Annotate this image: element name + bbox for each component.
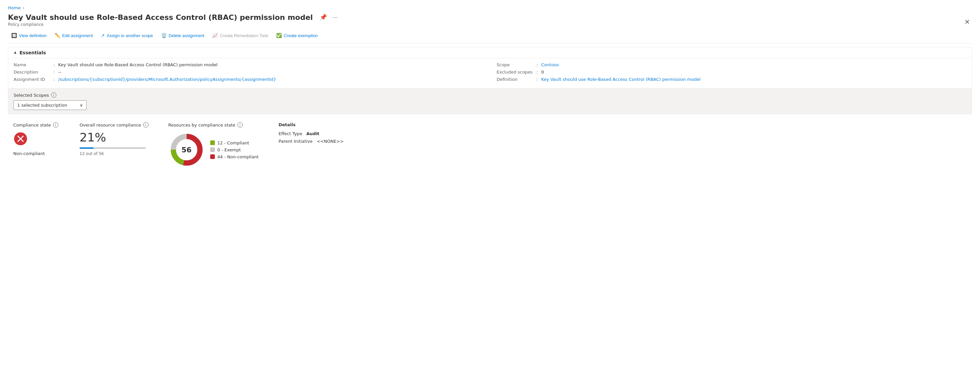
resources-compliance-info-icon[interactable]: i (237, 122, 243, 127)
resources-compliance-title: Resources by compliance state i (169, 122, 259, 127)
excluded-scopes-label: Excluded scopes (496, 70, 536, 75)
scope-dropdown-value: 1 selected subscription (17, 103, 67, 108)
definition-label: Definition (496, 77, 536, 82)
legend-container: 12 - Compliant 0 - Exempt 44 - Non-compl… (210, 140, 259, 159)
legend-non-compliant: 44 - Non-compliant (210, 154, 259, 159)
parent-initiative-row: Parent Initiative <<NONE>> (278, 139, 345, 144)
close-button[interactable]: ✕ (963, 17, 972, 27)
legend-exempt-label: 0 - Exempt (218, 148, 241, 152)
chevron-down-icon: ∨ (80, 103, 83, 108)
effect-type-row: Effect Type Audit (278, 131, 345, 136)
effect-type-value: Audit (306, 131, 319, 136)
assignment-id-label: Assignment ID (14, 77, 53, 82)
essentials-description-row: Description : -- (14, 70, 484, 77)
assignment-id-value[interactable]: /subscriptions/{subscriptionId}/provider… (58, 77, 276, 82)
overall-compliance-bar (80, 148, 146, 149)
essentials-chevron: ∧ (14, 50, 17, 55)
legend-non-compliant-color (210, 154, 215, 159)
edit-assignment-button[interactable]: ✏️ Edit assignment (51, 31, 97, 40)
legend-compliant-label: 12 - Compliant (218, 140, 249, 145)
parent-initiative-value: <<NONE>> (317, 139, 344, 144)
breadcrumb-home[interactable]: Home (8, 5, 21, 10)
details-title: Details (278, 122, 345, 127)
metrics-section: Compliance state i Non-compliant Overall… (8, 114, 972, 176)
scope-value[interactable]: Contoso (541, 62, 559, 67)
essentials-scope-row: Scope : Contoso (496, 62, 966, 70)
legend-non-compliant-label: 44 - Non-compliant (218, 154, 259, 159)
essentials-body: Name : Key Vault should use Role-Based A… (8, 58, 972, 88)
toolbar: 🔲 View definition ✏️ Edit assignment ↗ A… (8, 31, 972, 44)
name-label: Name (14, 62, 53, 67)
definition-value[interactable]: Key Vault should use Role-Based Access C… (541, 77, 701, 82)
legend-exempt-color (210, 148, 215, 152)
exemption-icon: ✅ (276, 33, 282, 38)
essentials-title: Essentials (19, 50, 46, 56)
assign-scope-icon: ↗ (101, 33, 105, 38)
overall-compliance-percentage: 21% (80, 132, 148, 143)
effect-type-label: Effect Type (278, 131, 302, 136)
parent-initiative-label: Parent Initiative (278, 139, 313, 144)
scope-dropdown[interactable]: 1 selected subscription ∨ (14, 100, 86, 110)
essentials-header[interactable]: ∧ Essentials (8, 48, 972, 58)
view-definition-icon: 🔲 (11, 33, 17, 38)
create-exemption-button[interactable]: ✅ Create exemption (273, 31, 321, 40)
donut-center-value: 56 (181, 146, 192, 154)
compliance-state-value: Non-compliant (13, 151, 60, 156)
legend-exempt: 0 - Exempt (210, 148, 259, 152)
essentials-definition-row: Definition : Key Vault should use Role-B… (496, 77, 966, 84)
page-subtitle: Policy compliance (8, 22, 963, 27)
more-options-icon[interactable]: ··· (331, 13, 339, 22)
legend-compliant: 12 - Compliant (210, 140, 259, 145)
overall-compliance-block: Overall resource compliance i 21% 12 out… (80, 122, 148, 156)
compliance-state-title: Compliance state i (13, 122, 60, 127)
scopes-label: Selected Scopes i (14, 92, 966, 98)
essentials-section: ∧ Essentials Name : Key Vault should use… (8, 47, 972, 114)
compliance-state-block: Compliance state i Non-compliant (13, 122, 60, 156)
resources-compliance-block: Resources by compliance state i 5 (169, 122, 259, 168)
scopes-info-icon[interactable]: i (51, 92, 56, 98)
details-block: Details Effect Type Audit Parent Initiat… (278, 122, 345, 144)
scope-label: Scope (496, 62, 536, 67)
overall-compliance-title: Overall resource compliance i (80, 122, 148, 127)
pin-icon[interactable]: 📌 (318, 13, 328, 22)
description-label: Description (14, 70, 53, 75)
essentials-excluded-scopes-row: Excluded scopes : 0 (496, 70, 966, 77)
overall-compliance-info-icon[interactable]: i (143, 122, 148, 127)
overall-compliance-detail: 12 out of 56 (80, 151, 148, 156)
compliance-state-info-icon[interactable]: i (53, 122, 58, 127)
description-value: -- (58, 70, 61, 75)
delete-icon: 🗑️ (161, 33, 167, 38)
resources-block: 56 12 - Compliant 0 - Exempt 44 - Non-co… (169, 132, 259, 168)
legend-compliant-color (210, 140, 215, 145)
delete-assignment-button[interactable]: 🗑️ Delete assignment (158, 31, 208, 40)
breadcrumb: Home › (8, 5, 972, 10)
essentials-assignment-id-row: Assignment ID : /subscriptions/{subscrip… (14, 77, 484, 84)
compliance-state-icon (13, 132, 60, 148)
breadcrumb-separator: › (22, 6, 24, 10)
create-remediation-task-button[interactable]: 📈 Create Remediation Task (209, 31, 272, 40)
overall-compliance-bar-fill (80, 148, 94, 149)
excluded-scopes-value: 0 (541, 70, 544, 75)
view-definition-button[interactable]: 🔲 View definition (8, 31, 50, 40)
assign-to-another-scope-button[interactable]: ↗ Assign to another scope (97, 31, 156, 40)
scopes-section: Selected Scopes i 1 selected subscriptio… (8, 88, 972, 114)
edit-icon: ✏️ (55, 33, 60, 38)
essentials-name-row: Name : Key Vault should use Role-Based A… (14, 62, 484, 70)
donut-chart: 56 (169, 132, 205, 168)
page-title: Key Vault should use Role-Based Access C… (8, 13, 963, 22)
remediation-icon: 📈 (212, 33, 218, 38)
name-value: Key Vault should use Role-Based Access C… (58, 62, 218, 67)
